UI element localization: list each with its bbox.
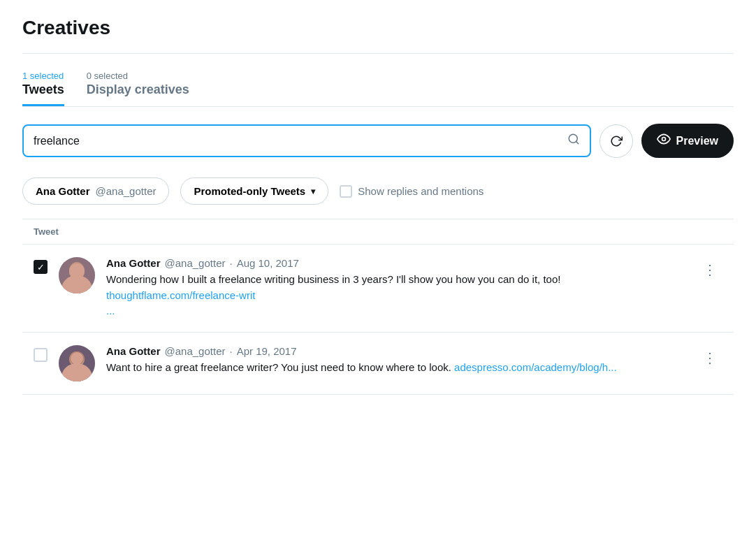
tweet-text-1: Wondering how I built a freelance writin… [106,272,686,319]
svg-point-13 [71,352,83,365]
show-replies-label[interactable]: Show replies and mentions [340,185,484,198]
show-replies-text: Show replies and mentions [358,185,484,197]
avatar [59,345,95,381]
filter-row: Ana Gotter @ana_gotter Promoted-only Twe… [22,177,734,205]
display-tab-count: 0 selected [87,71,189,81]
title-divider [22,53,734,54]
tweet-content-1: Ana Gotter @ana_gotter · Aug 10, 2017 Wo… [106,257,686,319]
tweet-link-2[interactable]: adespresso.com/academy/blog/h... [454,361,617,373]
tab-tweets[interactable]: 1 selected Tweets [22,71,64,106]
tweet-date: Aug 10, 2017 [237,257,299,269]
table-row: Ana Gotter @ana_gotter · Apr 19, 2017 Wa… [22,333,734,395]
tweet-type-button[interactable]: Promoted-only Tweets ▾ [180,177,328,205]
tabs-container: 1 selected Tweets 0 selected Display cre… [22,71,734,106]
tabs-divider [22,106,734,107]
tweet-text-2: Want to hire a great freelance writer? Y… [106,360,686,376]
tweets-tab-count: 1 selected [22,71,64,81]
preview-button[interactable]: Preview [641,124,734,158]
search-row: Preview [22,124,734,158]
unchecked-checkbox[interactable] [34,348,48,362]
tweet-meta-2: Ana Gotter @ana_gotter · Apr 19, 2017 [106,345,686,357]
tweet-author-name: Ana Gotter [106,257,161,269]
search-input[interactable] [34,135,560,147]
more-options-button-1[interactable]: ⋮ [697,259,722,281]
tweet-author-name: Ana Gotter [106,345,161,357]
author-filter-button[interactable]: Ana Gotter @ana_gotter [22,177,169,205]
show-replies-checkbox[interactable] [340,185,352,198]
refresh-button[interactable] [599,124,633,158]
page-title: Creatives [22,17,734,39]
tweet-author-handle: @ana_gotter [165,345,226,357]
preview-label: Preview [676,135,718,147]
search-icon [567,133,580,149]
tweet-checkbox-2[interactable] [34,348,48,362]
table-row: ✓ Ana Gotter @ana_gotter · A [22,245,734,333]
search-box [22,124,591,157]
tweet-content-2: Ana Gotter @ana_gotter · Apr 19, 2017 Wa… [106,345,686,376]
tweet-checkbox-1[interactable]: ✓ [34,260,48,274]
svg-point-2 [662,138,665,141]
checked-icon[interactable]: ✓ [34,260,48,274]
svg-line-1 [576,141,578,143]
tweet-author-handle: @ana_gotter [165,257,226,269]
tweet-link-1[interactable]: thoughtflame.com/freelance-writ... [106,289,255,317]
tweet-date: Apr 19, 2017 [237,345,297,357]
eye-icon [657,132,671,150]
tab-display-creatives[interactable]: 0 selected Display creatives [87,71,189,106]
tweet-table: Tweet ✓ Ana Gotter @an [22,219,734,395]
author-name: Ana Gotter [36,185,90,197]
tweets-tab-label: Tweets [22,82,64,97]
chevron-down-icon: ▾ [311,187,315,196]
display-tab-label: Display creatives [87,82,189,97]
avatar [59,257,95,293]
tweet-meta-1: Ana Gotter @ana_gotter · Aug 10, 2017 [106,257,686,269]
table-header: Tweet [22,219,734,245]
more-options-button-2[interactable]: ⋮ [697,347,722,369]
author-handle: @ana_gotter [96,185,157,197]
tweet-type-label: Promoted-only Tweets [194,185,305,197]
